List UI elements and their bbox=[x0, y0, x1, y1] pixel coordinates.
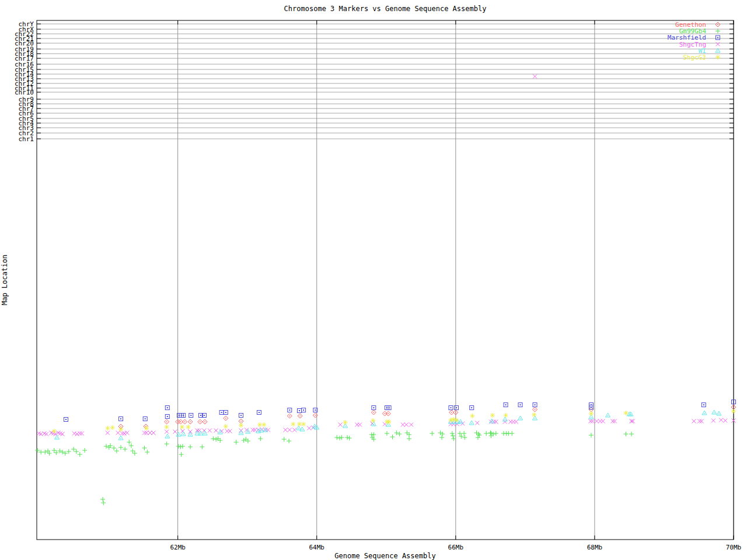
data-point bbox=[404, 423, 409, 427]
data-point bbox=[165, 434, 170, 438]
plot-border-group bbox=[37, 20, 734, 540]
data-point bbox=[239, 423, 243, 428]
data-point bbox=[178, 444, 183, 449]
data-point-dot bbox=[261, 430, 262, 432]
xtick-labels-group: 62Mb64Mb66Mb68Mb70Mb bbox=[170, 544, 741, 551]
data-point-dot bbox=[178, 435, 179, 436]
data-point-dot bbox=[167, 407, 168, 408]
data-point-dot bbox=[535, 409, 536, 410]
data-point bbox=[101, 501, 106, 505]
data-point-dot bbox=[259, 412, 260, 413]
data-point bbox=[110, 425, 115, 430]
data-point-dot bbox=[388, 413, 389, 414]
data-point bbox=[118, 427, 123, 432]
data-point bbox=[104, 444, 109, 449]
data-point bbox=[334, 435, 339, 440]
data-point-dot bbox=[167, 436, 168, 438]
data-point bbox=[629, 432, 634, 436]
data-point-dot bbox=[314, 426, 315, 428]
data-point bbox=[504, 413, 508, 418]
data-point bbox=[208, 429, 212, 433]
data-point bbox=[251, 428, 255, 432]
data-point bbox=[165, 425, 169, 429]
data-point bbox=[589, 411, 594, 416]
data-point bbox=[409, 423, 413, 427]
data-point-dot bbox=[389, 407, 390, 408]
data-point bbox=[282, 437, 287, 442]
data-point bbox=[401, 423, 405, 427]
data-point-dot bbox=[120, 438, 121, 439]
data-point bbox=[72, 432, 76, 436]
data-point bbox=[407, 436, 411, 441]
data-point bbox=[591, 419, 595, 424]
data-point-dot bbox=[180, 421, 181, 422]
data-point bbox=[125, 431, 129, 435]
data-point bbox=[165, 430, 169, 434]
data-point bbox=[518, 416, 523, 420]
xtick-label: 64Mb bbox=[309, 544, 324, 551]
data-point-dot bbox=[220, 432, 221, 433]
data-point-dot bbox=[145, 418, 146, 419]
data-point-dot bbox=[733, 407, 734, 408]
genome-marker-chart: chrYchrXchr22chr21chr20chr19chr18chr17ch… bbox=[0, 0, 747, 560]
data-point bbox=[105, 426, 110, 430]
data-point bbox=[78, 432, 82, 436]
data-point bbox=[287, 439, 291, 443]
data-point-dot bbox=[733, 401, 734, 402]
data-point-dot bbox=[455, 412, 456, 413]
data-point bbox=[716, 42, 720, 46]
data-point-dot bbox=[454, 422, 455, 423]
data-point-dot bbox=[221, 412, 222, 413]
data-point bbox=[129, 443, 134, 448]
data-point bbox=[588, 419, 592, 424]
data-point-dot bbox=[204, 433, 205, 435]
data-point bbox=[151, 431, 155, 435]
data-point-dot bbox=[225, 418, 226, 419]
data-point bbox=[514, 420, 518, 424]
data-point bbox=[715, 55, 720, 60]
data-point-dot bbox=[225, 412, 226, 413]
data-point bbox=[132, 451, 137, 456]
data-point-dot bbox=[374, 424, 375, 425]
data-point-dot bbox=[718, 414, 720, 415]
series-shgctng bbox=[37, 75, 735, 436]
gridlines-group bbox=[37, 20, 734, 540]
data-point-dot bbox=[704, 413, 705, 414]
data-point bbox=[180, 425, 184, 429]
data-point-dot bbox=[298, 428, 299, 429]
data-point-dot bbox=[505, 419, 506, 421]
data-point bbox=[613, 419, 617, 424]
data-point bbox=[343, 420, 348, 425]
data-point bbox=[711, 419, 715, 423]
data-point bbox=[52, 448, 57, 453]
data-point bbox=[469, 421, 474, 425]
data-point-dot bbox=[265, 430, 266, 431]
data-point-dot bbox=[184, 421, 186, 422]
data-point-dot bbox=[535, 418, 536, 419]
legend-entry-label: ShgcG3 bbox=[683, 54, 706, 61]
data-point bbox=[601, 419, 605, 424]
data-point-dot bbox=[183, 434, 184, 435]
data-point-dot bbox=[373, 407, 374, 408]
data-point bbox=[297, 422, 302, 426]
data-point bbox=[484, 431, 488, 436]
data-point bbox=[476, 432, 481, 436]
data-point bbox=[80, 432, 84, 436]
data-point-dot bbox=[471, 423, 472, 424]
data-point-dot bbox=[388, 425, 389, 426]
data-point-dot bbox=[717, 37, 718, 38]
data-point-dot bbox=[299, 415, 301, 416]
data-point-dot bbox=[247, 432, 249, 433]
data-point-dot bbox=[204, 415, 205, 416]
data-point bbox=[371, 418, 375, 423]
data-point bbox=[340, 435, 344, 440]
data-point bbox=[257, 422, 262, 427]
x-axis-label: Genome Sequence Assembly bbox=[334, 552, 435, 560]
data-point bbox=[470, 414, 474, 418]
data-point bbox=[186, 425, 191, 429]
data-point bbox=[258, 436, 263, 441]
data-point bbox=[234, 440, 239, 444]
data-point bbox=[142, 431, 146, 435]
data-point bbox=[214, 437, 218, 442]
xtick-label: 62Mb bbox=[170, 544, 186, 551]
